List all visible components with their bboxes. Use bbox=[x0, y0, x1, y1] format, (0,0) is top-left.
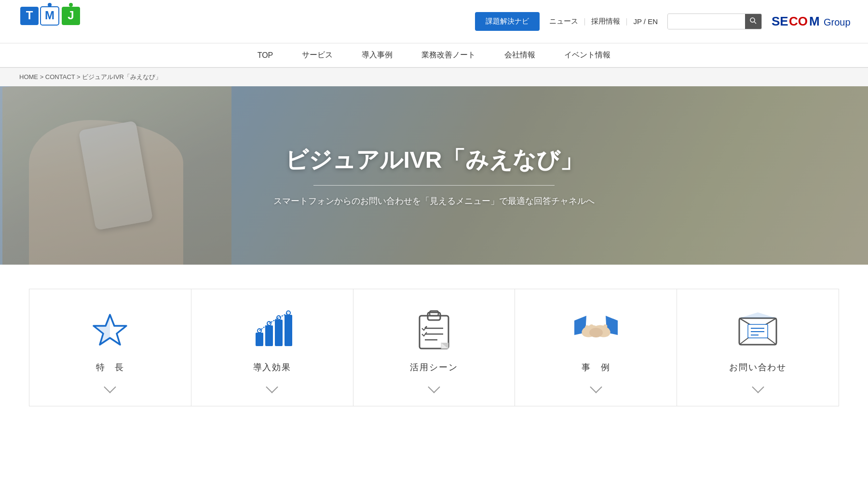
svg-point-23 bbox=[277, 316, 281, 320]
logo-area: T M J bbox=[19, 6, 82, 37]
clipboard-icon bbox=[412, 309, 456, 352]
kadai-navi-button[interactable]: 課題解決ナビ bbox=[475, 12, 540, 31]
feature-label-3: 事 例 bbox=[582, 362, 610, 373]
recruit-link[interactable]: 採用情報 bbox=[591, 17, 620, 26]
feature-section: 特 長 導入効 bbox=[0, 265, 868, 426]
breadcrumb: HOME > CONTACT > ビジュアルIVR「みえなび」 bbox=[0, 68, 868, 86]
breadcrumb-contact[interactable]: CONTACT bbox=[45, 73, 75, 80]
svg-marker-43 bbox=[739, 312, 776, 318]
svg-line-9 bbox=[754, 22, 756, 24]
feature-item-katsuyou[interactable]: 活用シーン bbox=[353, 289, 515, 406]
main-nav: TOP サービス 導入事例 業務改善ノート 会社情報 イベント情報 bbox=[0, 43, 868, 68]
news-link[interactable]: ニュース bbox=[549, 17, 578, 26]
svg-text:T: T bbox=[26, 9, 33, 22]
chevron-down-4 bbox=[752, 381, 764, 393]
svg-text:M: M bbox=[809, 14, 820, 28]
breadcrumb-home[interactable]: HOME bbox=[19, 73, 38, 80]
star-icon bbox=[88, 309, 132, 352]
chevron-down-3 bbox=[590, 381, 602, 393]
svg-point-6 bbox=[48, 3, 52, 7]
nav-case[interactable]: 導入事例 bbox=[362, 50, 393, 60]
chevron-down-0 bbox=[104, 381, 116, 393]
nav-event[interactable]: イベント情報 bbox=[564, 50, 610, 60]
feature-grid: 特 長 導入効 bbox=[29, 289, 839, 406]
chevron-down-2 bbox=[428, 381, 440, 393]
hero-title: ビジュアルIVR「みえなび」 bbox=[285, 145, 583, 175]
svg-rect-18 bbox=[265, 325, 273, 346]
secom-logo: SE CO M Group bbox=[772, 13, 849, 30]
svg-text:M: M bbox=[45, 9, 54, 22]
search-button[interactable] bbox=[745, 14, 761, 29]
svg-point-41 bbox=[589, 328, 603, 337]
header-right: 課題解決ナビ ニュース ｜ 採用情報 ｜ JP / EN SE CO M bbox=[475, 12, 849, 31]
lang-link[interactable]: JP / EN bbox=[633, 17, 658, 26]
top-nav-links: ニュース ｜ 採用情報 ｜ JP / EN bbox=[549, 17, 658, 26]
hero-content: ビジュアルIVR「みえなび」 スマートフォンからのお問い合わせを「見えるメニュー… bbox=[0, 86, 868, 265]
svg-rect-19 bbox=[275, 320, 283, 346]
svg-text:SE: SE bbox=[772, 14, 788, 28]
tmj-logo: T M J bbox=[19, 6, 82, 37]
feature-label-4: お問い合わせ bbox=[729, 362, 787, 373]
feature-item-toiawase[interactable]: お問い合わせ bbox=[677, 289, 839, 406]
separator-2: ｜ bbox=[623, 17, 630, 26]
svg-point-24 bbox=[286, 311, 290, 315]
chevron-down-1 bbox=[266, 381, 278, 393]
hero-subtitle: スマートフォンからのお問い合わせを「見えるメニュー」で最適な回答チャネルへ bbox=[273, 195, 595, 207]
search-area bbox=[667, 13, 762, 29]
feature-item-tokuchou[interactable]: 特 長 bbox=[29, 289, 191, 406]
breadcrumb-sep-2: > bbox=[77, 73, 82, 80]
feature-label-2: 活用シーン bbox=[410, 362, 458, 373]
feature-item-nyukoka[interactable]: 導入効果 bbox=[191, 289, 353, 406]
mail-icon bbox=[736, 309, 780, 352]
svg-rect-20 bbox=[285, 315, 292, 346]
nav-company[interactable]: 会社情報 bbox=[504, 50, 535, 60]
search-input[interactable] bbox=[668, 14, 745, 29]
search-icon bbox=[750, 17, 757, 24]
header-top: T M J 課題解決ナビ ニュース ｜ 採用情報 ｜ JP / EN bbox=[0, 0, 868, 43]
feature-item-jirei[interactable]: 事 例 bbox=[515, 289, 677, 406]
nav-top[interactable]: TOP bbox=[258, 51, 273, 60]
breadcrumb-sep-1: > bbox=[40, 73, 45, 80]
feature-label-1: 導入効果 bbox=[253, 362, 291, 373]
chart-icon bbox=[250, 309, 294, 352]
hero-section: ビジュアルIVR「みえなび」 スマートフォンからのお問い合わせを「見えるメニュー… bbox=[0, 86, 868, 265]
svg-point-7 bbox=[69, 3, 73, 7]
handshake-icon bbox=[574, 309, 618, 352]
svg-rect-17 bbox=[256, 333, 263, 346]
svg-text:Group: Group bbox=[824, 17, 851, 27]
hero-divider bbox=[313, 185, 555, 186]
svg-text:J: J bbox=[68, 9, 74, 22]
breadcrumb-current: ビジュアルIVR「みえなび」 bbox=[82, 73, 162, 80]
nav-service[interactable]: サービス bbox=[302, 50, 333, 60]
feature-label-0: 特 長 bbox=[96, 362, 124, 373]
nav-improvement[interactable]: 業務改善ノート bbox=[421, 50, 475, 60]
separator-1: ｜ bbox=[581, 17, 588, 26]
svg-point-8 bbox=[750, 18, 755, 22]
svg-text:CO: CO bbox=[789, 14, 808, 28]
